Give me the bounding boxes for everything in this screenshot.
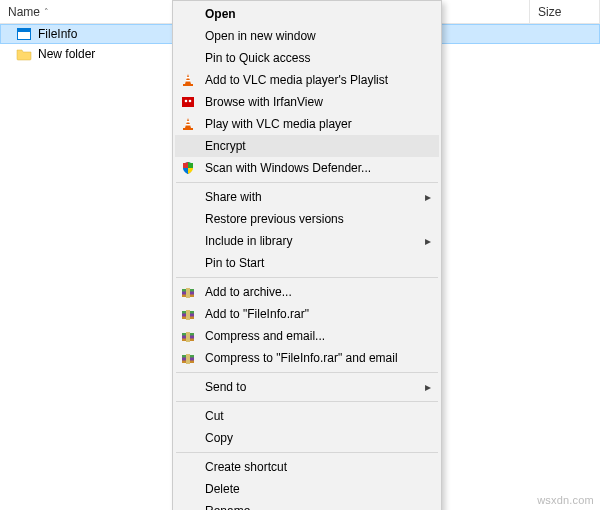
blank-icon bbox=[177, 376, 199, 398]
menu-label: Add to "FileInfo.rar" bbox=[205, 307, 419, 321]
menu-cut[interactable]: Cut bbox=[175, 405, 439, 427]
menu-delete[interactable]: Delete bbox=[175, 478, 439, 500]
svg-rect-24 bbox=[186, 332, 190, 342]
menu-label: Include in library bbox=[205, 234, 419, 248]
svg-rect-4 bbox=[186, 77, 190, 79]
submenu-arrow-icon: ▸ bbox=[425, 380, 431, 394]
menu-label: Send to bbox=[205, 380, 419, 394]
column-header-size-label: Size bbox=[538, 5, 561, 19]
blank-icon bbox=[177, 135, 199, 157]
blank-icon bbox=[177, 3, 199, 25]
file-item-label: FileInfo bbox=[38, 27, 77, 41]
menu-pin-start[interactable]: Pin to Start bbox=[175, 252, 439, 274]
blank-icon bbox=[177, 47, 199, 69]
menu-separator bbox=[176, 372, 438, 373]
svg-rect-3 bbox=[183, 84, 193, 86]
vlc-icon bbox=[177, 113, 199, 135]
menu-label: Compress to "FileInfo.rar" and email bbox=[205, 351, 419, 365]
menu-pin-quick-access[interactable]: Pin to Quick access bbox=[175, 47, 439, 69]
menu-label: Open bbox=[205, 7, 419, 21]
svg-rect-2 bbox=[18, 29, 30, 32]
menu-label: Delete bbox=[205, 482, 419, 496]
svg-rect-10 bbox=[186, 121, 190, 123]
blank-icon bbox=[177, 427, 199, 449]
blank-icon bbox=[177, 405, 199, 427]
column-header-size[interactable]: Size bbox=[530, 0, 600, 23]
winrar-icon bbox=[177, 347, 199, 369]
column-header-name[interactable]: Name ˄ bbox=[0, 0, 180, 23]
menu-add-rar[interactable]: Add to "FileInfo.rar" bbox=[175, 303, 439, 325]
svg-point-8 bbox=[189, 100, 192, 103]
svg-point-7 bbox=[185, 100, 188, 103]
blank-icon bbox=[177, 478, 199, 500]
menu-label: Pin to Quick access bbox=[205, 51, 419, 65]
svg-rect-28 bbox=[186, 354, 190, 364]
menu-restore-previous[interactable]: Restore previous versions bbox=[175, 208, 439, 230]
menu-browse-irfanview[interactable]: Browse with IrfanView bbox=[175, 91, 439, 113]
menu-label: Copy bbox=[205, 431, 419, 445]
winrar-icon bbox=[177, 303, 199, 325]
menu-label: Encrypt bbox=[205, 139, 419, 153]
sort-caret-icon: ˄ bbox=[44, 7, 49, 17]
menu-label: Pin to Start bbox=[205, 256, 419, 270]
menu-label: Open in new window bbox=[205, 29, 419, 43]
menu-compress-rar-email[interactable]: Compress to "FileInfo.rar" and email bbox=[175, 347, 439, 369]
winrar-icon bbox=[177, 325, 199, 347]
menu-label: Play with VLC media player bbox=[205, 117, 419, 131]
menu-add-archive[interactable]: Add to archive... bbox=[175, 281, 439, 303]
menu-separator bbox=[176, 401, 438, 402]
svg-rect-6 bbox=[182, 97, 194, 107]
svg-rect-5 bbox=[186, 80, 191, 82]
svg-rect-9 bbox=[183, 128, 193, 130]
menu-play-vlc[interactable]: Play with VLC media player bbox=[175, 113, 439, 135]
menu-open-new-window[interactable]: Open in new window bbox=[175, 25, 439, 47]
menu-label: Rename bbox=[205, 504, 419, 510]
blank-icon bbox=[177, 500, 199, 510]
winrar-icon bbox=[177, 281, 199, 303]
blank-icon bbox=[177, 252, 199, 274]
blank-icon bbox=[177, 230, 199, 252]
submenu-arrow-icon: ▸ bbox=[425, 190, 431, 204]
menu-send-to[interactable]: Send to ▸ bbox=[175, 376, 439, 398]
window-icon bbox=[16, 26, 32, 42]
blank-icon bbox=[177, 186, 199, 208]
menu-add-vlc-playlist[interactable]: Add to VLC media player's Playlist bbox=[175, 69, 439, 91]
menu-separator bbox=[176, 182, 438, 183]
menu-include-library[interactable]: Include in library ▸ bbox=[175, 230, 439, 252]
menu-label: Create shortcut bbox=[205, 460, 419, 474]
menu-label: Add to archive... bbox=[205, 285, 419, 299]
menu-create-shortcut[interactable]: Create shortcut bbox=[175, 456, 439, 478]
menu-label: Compress and email... bbox=[205, 329, 419, 343]
menu-scan-defender[interactable]: Scan with Windows Defender... bbox=[175, 157, 439, 179]
blank-icon bbox=[177, 25, 199, 47]
menu-label: Cut bbox=[205, 409, 419, 423]
menu-rename[interactable]: Rename bbox=[175, 500, 439, 510]
menu-separator bbox=[176, 452, 438, 453]
menu-share-with[interactable]: Share with ▸ bbox=[175, 186, 439, 208]
menu-separator bbox=[176, 277, 438, 278]
folder-icon bbox=[16, 46, 32, 62]
menu-label: Browse with IrfanView bbox=[205, 95, 419, 109]
menu-copy[interactable]: Copy bbox=[175, 427, 439, 449]
vlc-icon bbox=[177, 69, 199, 91]
column-header-name-label: Name bbox=[8, 5, 40, 19]
svg-rect-16 bbox=[186, 288, 190, 298]
file-item-label: New folder bbox=[38, 47, 95, 61]
submenu-arrow-icon: ▸ bbox=[425, 234, 431, 248]
menu-label: Add to VLC media player's Playlist bbox=[205, 73, 419, 87]
context-menu: Open Open in new window Pin to Quick acc… bbox=[172, 0, 442, 510]
menu-open[interactable]: Open bbox=[175, 3, 439, 25]
menu-label: Scan with Windows Defender... bbox=[205, 161, 419, 175]
svg-rect-11 bbox=[186, 124, 191, 126]
menu-label: Share with bbox=[205, 190, 419, 204]
menu-label: Restore previous versions bbox=[205, 212, 419, 226]
menu-compress-email[interactable]: Compress and email... bbox=[175, 325, 439, 347]
svg-rect-20 bbox=[186, 310, 190, 320]
menu-encrypt[interactable]: Encrypt bbox=[175, 135, 439, 157]
blank-icon bbox=[177, 456, 199, 478]
irfanview-icon bbox=[177, 91, 199, 113]
blank-icon bbox=[177, 208, 199, 230]
defender-icon bbox=[177, 157, 199, 179]
watermark: wsxdn.com bbox=[537, 494, 594, 506]
